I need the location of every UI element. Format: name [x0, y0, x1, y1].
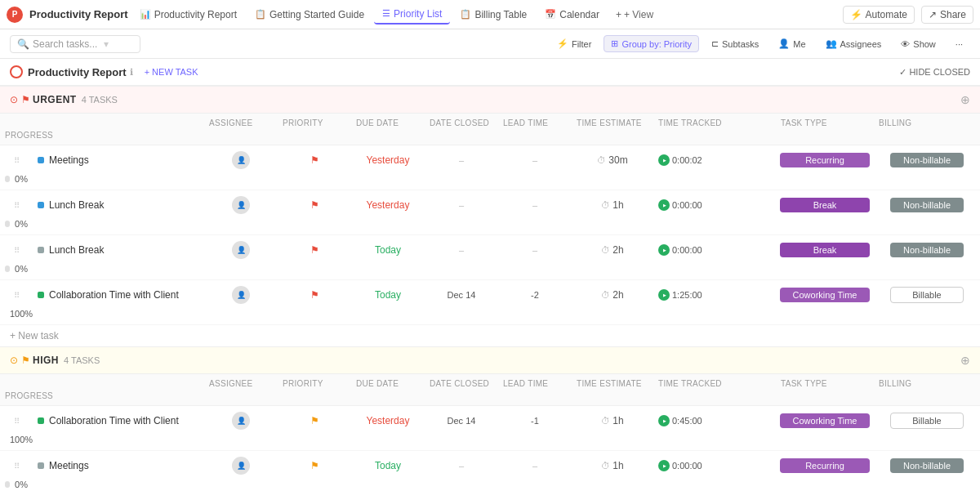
project-status-icon — [10, 65, 23, 78]
estimate-value: 1h — [612, 415, 623, 426]
task-name-cell[interactable]: Lunch Break — [33, 242, 204, 258]
show-button[interactable]: 👁 Show — [893, 36, 943, 52]
assignee-cell[interactable]: 👤 — [204, 454, 278, 477]
add-view-button[interactable]: + + View — [609, 6, 660, 24]
more-button[interactable]: ··· — [948, 36, 970, 52]
lead-time-cell: – — [498, 458, 572, 473]
group-icon: ⊞ — [611, 38, 618, 49]
tab-productivity[interactable]: 📊 Productivity Report — [131, 6, 245, 24]
assignee-cell[interactable]: 👤 — [204, 409, 278, 432]
priority-cell[interactable]: ⚑ — [278, 458, 351, 474]
group-by-button[interactable]: ⊞ Group by: Priority — [604, 35, 699, 52]
section-urgent: ⊙ ⚑ URGENT 4 TASKS ⊕ ASSIGNEE PRIORITY D… — [0, 86, 980, 346]
task-type-cell: Break — [776, 240, 874, 260]
tracked-play-icon — [658, 415, 670, 426]
assignee-cell[interactable]: 👤 — [204, 149, 278, 172]
toolbar-right: ⚡ Filter ⊞ Group by: Priority ⊏ Subtasks… — [550, 35, 970, 52]
assignees-button[interactable]: 👥 Assignees — [818, 35, 889, 52]
automate-button[interactable]: ⚡ Automate — [843, 6, 915, 24]
th-name — [33, 382, 204, 386]
assignees-icon: 👥 — [826, 38, 837, 49]
subtasks-button[interactable]: ⊏ Subtasks — [704, 35, 766, 52]
task-type-badge: Coworking Time — [780, 288, 870, 302]
share-label: Share — [940, 9, 966, 20]
priority-cell[interactable]: ⚑ — [278, 413, 351, 429]
add-task-urgent[interactable]: + New task — [0, 325, 980, 346]
assignee-cell[interactable]: 👤 — [204, 283, 278, 306]
task-name: Lunch Break — [49, 244, 104, 256]
priority-icon: ☰ — [382, 8, 390, 19]
urgent-label: URGENT — [33, 94, 77, 105]
tracked-value: 0:00:00 — [672, 245, 702, 255]
priority-cell[interactable]: ⚑ — [278, 287, 351, 303]
tab-priority[interactable]: ☰ Priority List — [374, 5, 450, 25]
share-icon: ↗ — [929, 9, 937, 20]
checkmark-icon: ✓ — [899, 67, 906, 78]
task-name-cell[interactable]: Meetings — [33, 458, 204, 474]
priority-flag-icon: ⚑ — [310, 244, 319, 256]
estimate-cell: ⏱ 1h — [572, 413, 653, 429]
avatar: 👤 — [232, 412, 250, 430]
section-add-button[interactable]: ⊕ — [960, 354, 970, 367]
billing-badge: Billable — [890, 413, 964, 429]
assignee-cell[interactable]: 👤 — [204, 239, 278, 261]
task-name-cell[interactable]: Lunch Break — [33, 197, 204, 213]
billing-badge: Non-billable — [890, 243, 964, 257]
priority-cell[interactable]: ⚑ — [278, 197, 351, 213]
filter-button[interactable]: ⚡ Filter — [550, 35, 599, 52]
urgent-circle-icon: ⊙ — [10, 94, 18, 105]
tracked-cell: 0:00:02 — [653, 152, 776, 168]
section-add-button[interactable]: ⊕ — [960, 93, 970, 106]
task-name: Meetings — [49, 154, 89, 166]
subtasks-label: Subtasks — [722, 39, 759, 49]
new-task-button[interactable]: + NEW TASK — [140, 65, 203, 78]
due-date-cell: Today — [351, 458, 425, 474]
tracked-cell: 0:45:00 — [653, 413, 776, 429]
task-color-indicator — [38, 292, 44, 298]
progress-cell: 0% — [0, 261, 33, 276]
search-box[interactable]: 🔍 Search tasks... ▾ — [10, 35, 140, 53]
progress-label: 0% — [15, 264, 28, 274]
tab-billing-label: Billing Table — [474, 9, 527, 20]
lead-time-cell: -1 — [498, 413, 572, 428]
th-type: TASK TYPE — [776, 117, 874, 129]
share-button[interactable]: ↗ Share — [921, 6, 973, 24]
estimate-value: 30m — [608, 154, 627, 166]
priority-cell[interactable]: ⚑ — [278, 242, 351, 258]
task-color-indicator — [38, 462, 44, 469]
toolbar: 🔍 Search tasks... ▾ ⚡ Filter ⊞ Group by:… — [0, 29, 980, 59]
tab-billing[interactable]: 📋 Billing Table — [452, 6, 535, 24]
priority-flag-icon: ⚑ — [310, 289, 319, 301]
urgent-flag-icon: ⚑ — [21, 94, 30, 105]
task-type-badge: Coworking Time — [780, 413, 870, 428]
clock-icon: ⏱ — [601, 290, 610, 300]
tracked-cell: 0:00:00 — [653, 458, 776, 474]
tab-guide[interactable]: 📋 Getting Started Guide — [247, 6, 372, 24]
progress-bar — [5, 266, 10, 272]
estimate-cell: ⏱ 30m — [572, 152, 653, 168]
th-type: TASK TYPE — [776, 377, 874, 390]
info-icon: ℹ — [130, 67, 133, 78]
task-name: Collaboration Time with Client — [49, 415, 179, 426]
assignee-cell[interactable]: 👤 — [204, 194, 278, 216]
me-button[interactable]: 👤 Me — [771, 35, 813, 52]
add-icon: + — [616, 9, 621, 20]
clock-icon: ⏱ — [597, 155, 606, 165]
hide-closed-button[interactable]: ✓ HIDE CLOSED — [899, 67, 970, 78]
calendar-icon: 📅 — [545, 9, 556, 20]
table-row: ⠿ Collaboration Time with Client 👤 ⚑ Yes… — [0, 406, 980, 451]
task-name-cell[interactable]: Collaboration Time with Client — [33, 287, 204, 303]
add-view-label: + View — [624, 9, 653, 20]
progress-cell: 100% — [0, 306, 33, 321]
th-tracked: TIME TRACKED — [653, 377, 776, 390]
task-name-cell[interactable]: Meetings — [33, 152, 204, 168]
tab-productivity-label: Productivity Report — [154, 9, 237, 20]
tab-calendar[interactable]: 📅 Calendar — [537, 6, 608, 24]
filter-icon: ⚡ — [557, 38, 568, 49]
tracked-play-icon — [658, 289, 670, 301]
progress-cell: 0% — [0, 477, 33, 491]
priority-cell[interactable]: ⚑ — [278, 152, 351, 168]
tracked-play-icon — [658, 244, 670, 256]
estimate-value: 2h — [612, 289, 623, 301]
task-name-cell[interactable]: Collaboration Time with Client — [33, 413, 204, 429]
